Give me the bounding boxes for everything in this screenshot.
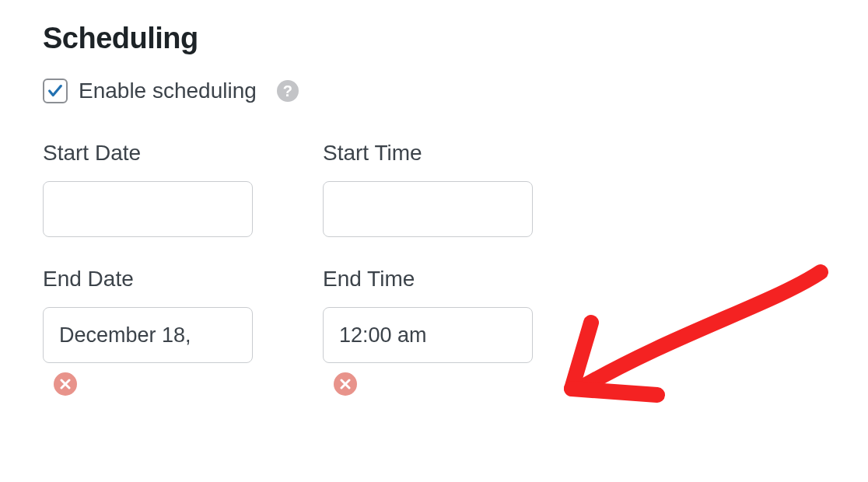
enable-scheduling-row: Enable scheduling ?	[43, 79, 825, 103]
clear-end-date-button[interactable]	[54, 372, 77, 396]
clear-end-time-button[interactable]	[334, 372, 357, 396]
start-date-label: Start Date	[43, 141, 299, 166]
start-time-input[interactable]	[323, 181, 533, 237]
start-time-label: Start Time	[323, 141, 579, 166]
end-date-label: End Date	[43, 267, 299, 292]
schedule-fields-grid: Start Date Start Time End Date End Time	[43, 141, 825, 396]
enable-scheduling-checkbox[interactable]	[43, 79, 68, 103]
close-icon	[340, 379, 351, 389]
end-time-label: End Time	[323, 267, 579, 292]
end-time-input[interactable]	[323, 307, 533, 363]
end-date-group: End Date	[43, 267, 299, 396]
help-icon[interactable]: ?	[277, 80, 299, 102]
checkmark-icon	[47, 82, 64, 100]
enable-scheduling-label: Enable scheduling	[79, 79, 257, 103]
end-date-input[interactable]	[43, 307, 253, 363]
start-date-input[interactable]	[43, 181, 253, 237]
section-title: Scheduling	[43, 22, 825, 55]
close-icon	[60, 379, 71, 389]
end-time-group: End Time	[323, 267, 579, 396]
start-date-group: Start Date	[43, 141, 299, 237]
start-time-group: Start Time	[323, 141, 579, 237]
